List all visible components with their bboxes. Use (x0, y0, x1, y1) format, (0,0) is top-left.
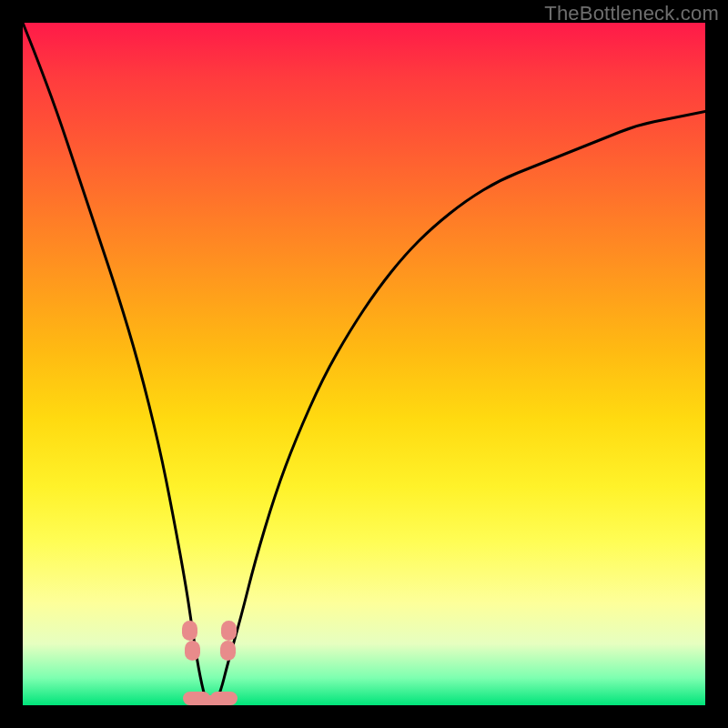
marker-left-shoulder-top (182, 621, 197, 641)
marker-left-shoulder-bottom (185, 641, 200, 661)
outer-frame: TheBottleneck.com (0, 0, 728, 728)
watermark-text: TheBottleneck.com (544, 2, 719, 25)
plot-area (23, 23, 705, 705)
bottleneck-curve (23, 23, 705, 705)
marker-right-shoulder-top (221, 621, 237, 641)
marker-right-shoulder-bottom (220, 641, 236, 661)
marker-trough-right (210, 692, 238, 705)
